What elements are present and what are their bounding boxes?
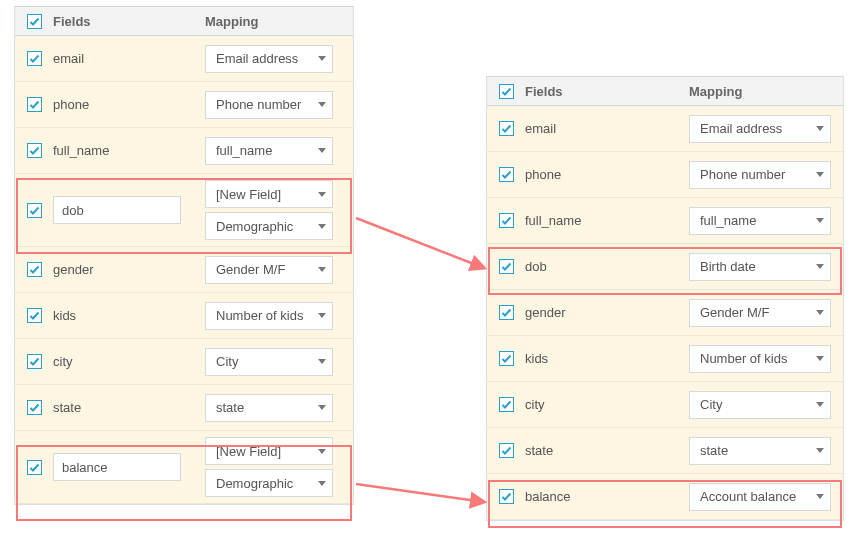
row-checkbox[interactable]: [499, 351, 514, 366]
mapping-dropdown[interactable]: Demographic: [205, 212, 333, 240]
mapping-dropdown[interactable]: City: [205, 348, 333, 376]
chevron-down-icon: [318, 148, 326, 153]
mapping-dropdown[interactable]: [New Field]: [205, 437, 333, 465]
row-checkbox[interactable]: [27, 400, 42, 415]
row-checkbox[interactable]: [27, 143, 42, 158]
table-row: kidsNumber of kids: [487, 336, 843, 382]
table-row: cityCity: [15, 339, 353, 385]
mapping-dropdown[interactable]: Birth date: [689, 253, 831, 281]
mapping-dropdown[interactable]: Email address: [205, 45, 333, 73]
mapping-dropdown[interactable]: state: [689, 437, 831, 465]
header-fields: Fields: [53, 14, 205, 29]
select-all-checkbox[interactable]: [499, 84, 514, 99]
field-name: state: [525, 443, 553, 458]
row-checkbox[interactable]: [27, 262, 42, 277]
chevron-down-icon: [816, 448, 824, 453]
row-checkbox[interactable]: [27, 203, 42, 218]
chevron-down-icon: [318, 224, 326, 229]
field-name: city: [53, 354, 73, 369]
field-name-input[interactable]: [53, 196, 181, 224]
row-checkbox[interactable]: [27, 51, 42, 66]
row-checkbox[interactable]: [499, 489, 514, 504]
dropdown-label: Account balance: [700, 489, 816, 504]
header-mapping: Mapping: [689, 84, 843, 99]
header-mapping: Mapping: [205, 14, 353, 29]
mapping-dropdown[interactable]: Phone number: [205, 91, 333, 119]
row-checkbox[interactable]: [27, 460, 42, 475]
mapping-table-before: Fields Mapping emailEmail addressphonePh…: [14, 6, 354, 505]
table-row: full_namefull_name: [15, 128, 353, 174]
dropdown-label: Gender M/F: [700, 305, 816, 320]
row-checkbox[interactable]: [27, 97, 42, 112]
field-name: email: [525, 121, 556, 136]
field-name: email: [53, 51, 84, 66]
dropdown-label: Birth date: [700, 259, 816, 274]
svg-line-1: [356, 484, 484, 502]
mapping-dropdown[interactable]: Number of kids: [205, 302, 333, 330]
chevron-down-icon: [816, 126, 824, 131]
table-row: dobBirth date: [487, 244, 843, 290]
dropdown-label: Demographic: [216, 219, 318, 234]
select-all-checkbox[interactable]: [27, 14, 42, 29]
mapping-dropdown[interactable]: Email address: [689, 115, 831, 143]
field-name: kids: [53, 308, 76, 323]
mapping-dropdown[interactable]: Demographic: [205, 469, 333, 497]
chevron-down-icon: [816, 218, 824, 223]
field-name: full_name: [525, 213, 581, 228]
table-row: emailEmail address: [15, 36, 353, 82]
dropdown-label: Email address: [216, 51, 318, 66]
row-checkbox[interactable]: [499, 443, 514, 458]
dropdown-label: City: [700, 397, 816, 412]
table-row: emailEmail address: [487, 106, 843, 152]
row-checkbox[interactable]: [27, 354, 42, 369]
table-row: genderGender M/F: [15, 247, 353, 293]
field-name: phone: [525, 167, 561, 182]
mapping-dropdown[interactable]: Account balance: [689, 483, 831, 511]
chevron-down-icon: [816, 310, 824, 315]
table-header: Fields Mapping: [487, 76, 843, 106]
field-name: gender: [525, 305, 565, 320]
chevron-down-icon: [318, 313, 326, 318]
mapping-dropdown[interactable]: Gender M/F: [689, 299, 831, 327]
field-name-input[interactable]: [53, 453, 181, 481]
row-checkbox[interactable]: [499, 121, 514, 136]
row-checkbox[interactable]: [499, 305, 514, 320]
field-name: phone: [53, 97, 89, 112]
row-checkbox[interactable]: [499, 213, 514, 228]
table-row: phonePhone number: [487, 152, 843, 198]
row-checkbox[interactable]: [499, 397, 514, 412]
field-name: dob: [525, 259, 547, 274]
field-name: city: [525, 397, 545, 412]
row-checkbox[interactable]: [499, 167, 514, 182]
mapping-dropdown[interactable]: [New Field]: [205, 180, 333, 208]
dropdown-label: full_name: [700, 213, 816, 228]
table-row: statestate: [487, 428, 843, 474]
chevron-down-icon: [816, 264, 824, 269]
dropdown-label: Number of kids: [216, 308, 318, 323]
chevron-down-icon: [318, 192, 326, 197]
dropdown-label: Phone number: [216, 97, 318, 112]
row-checkbox[interactable]: [27, 308, 42, 323]
chevron-down-icon: [318, 449, 326, 454]
chevron-down-icon: [816, 402, 824, 407]
chevron-down-icon: [318, 405, 326, 410]
mapping-dropdown[interactable]: full_name: [205, 137, 333, 165]
dropdown-label: Phone number: [700, 167, 816, 182]
table-row: phonePhone number: [15, 82, 353, 128]
field-name: full_name: [53, 143, 109, 158]
mapping-dropdown[interactable]: Number of kids: [689, 345, 831, 373]
mapping-dropdown[interactable]: City: [689, 391, 831, 419]
dropdown-label: Email address: [700, 121, 816, 136]
mapping-table-after: Fields Mapping emailEmail addressphonePh…: [486, 76, 844, 521]
table-row: statestate: [15, 385, 353, 431]
table-row: genderGender M/F: [487, 290, 843, 336]
table-header: Fields Mapping: [15, 6, 353, 36]
mapping-dropdown[interactable]: Phone number: [689, 161, 831, 189]
field-name: balance: [525, 489, 571, 504]
mapping-dropdown[interactable]: full_name: [689, 207, 831, 235]
chevron-down-icon: [816, 356, 824, 361]
dropdown-label: Number of kids: [700, 351, 816, 366]
mapping-dropdown[interactable]: state: [205, 394, 333, 422]
row-checkbox[interactable]: [499, 259, 514, 274]
mapping-dropdown[interactable]: Gender M/F: [205, 256, 333, 284]
